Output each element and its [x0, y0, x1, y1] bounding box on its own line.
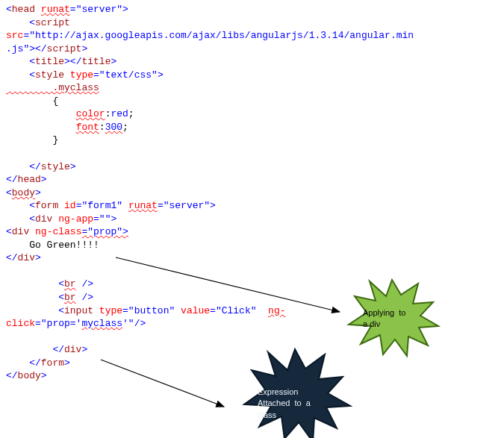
callout-applying: Applying to a div — [363, 307, 405, 331]
callout-expression: Expression Attached to a class — [258, 387, 311, 421]
code-block: <head runat="server"> <script src="http:… — [0, 0, 504, 386]
